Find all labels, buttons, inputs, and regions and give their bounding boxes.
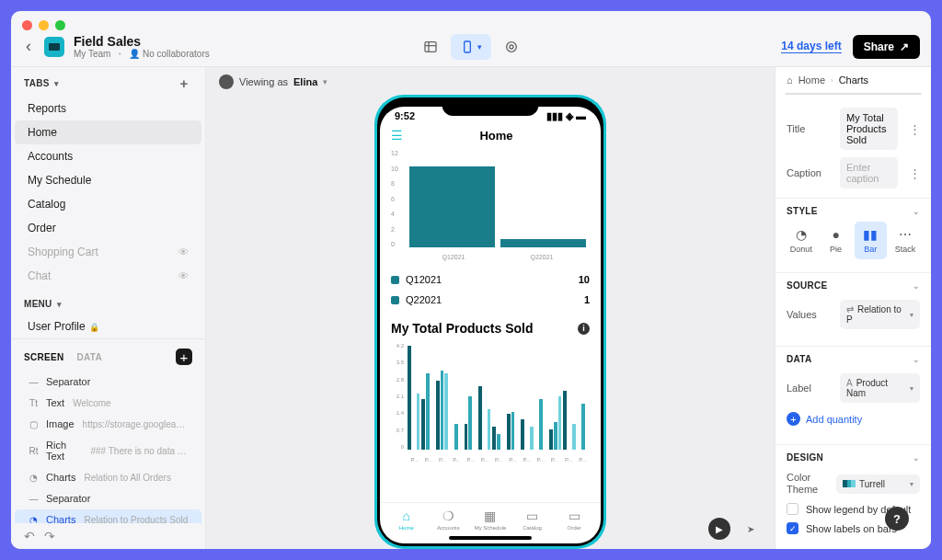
project-collaborators[interactable]: 👤 No collaborators bbox=[129, 49, 210, 59]
chart-type-pie[interactable]: ●Pie bbox=[820, 222, 853, 259]
layer-text[interactable]: TtTextWelcome bbox=[15, 393, 201, 413]
chart-section-title: My Total Products Sold i bbox=[391, 321, 590, 336]
maximize-window[interactable] bbox=[55, 20, 65, 30]
project-info: Field Sales My Team • 👤 No collaborators bbox=[74, 34, 210, 59]
bar-icon: ▮▮ bbox=[863, 227, 878, 242]
avatar bbox=[219, 74, 234, 89]
add-quantity-button[interactable]: + Add quantity bbox=[775, 406, 931, 431]
plus-icon: + bbox=[787, 412, 800, 426]
viewing-as-selector[interactable]: Viewing as Elina ▾ bbox=[206, 67, 340, 97]
project-name: Field Sales bbox=[74, 34, 210, 49]
menu-item-user-profile[interactable]: User Profile🔒 bbox=[15, 314, 201, 338]
chevron-down-icon[interactable]: ⌄ bbox=[913, 207, 920, 216]
grid-icon bbox=[423, 40, 438, 54]
options-tab[interactable]: Options bbox=[854, 94, 922, 95]
phone-notch bbox=[442, 97, 539, 116]
title-menu[interactable]: ⋮ bbox=[909, 122, 920, 136]
trial-days-left[interactable]: 14 days left bbox=[781, 40, 841, 53]
chevron-down-icon[interactable]: ▾ bbox=[55, 300, 63, 309]
checkbox-icon bbox=[787, 503, 798, 515]
text-field-icon: A bbox=[846, 378, 853, 388]
data-tab[interactable]: DATA bbox=[76, 352, 102, 362]
chevron-down-icon[interactable]: ⌄ bbox=[913, 281, 920, 291]
add-tab-button[interactable]: + bbox=[176, 74, 192, 91]
inspector-tabs: General Options bbox=[785, 93, 922, 95]
tab-item-catalog[interactable]: Catalog bbox=[15, 192, 201, 216]
minimize-window[interactable] bbox=[39, 20, 49, 30]
caption-label: Caption bbox=[787, 167, 833, 178]
home-indicator bbox=[449, 536, 532, 540]
help-button[interactable]: ? bbox=[885, 507, 909, 531]
mobile-view-button[interactable]: ▾ bbox=[451, 34, 491, 60]
layer-image[interactable]: ▢Imagehttps://storage.googleapis.c... bbox=[15, 414, 201, 434]
tab-icon: ⌂ bbox=[403, 509, 410, 523]
label-dropdown[interactable]: AProduct Nam▾ bbox=[840, 373, 920, 403]
play-button[interactable]: ▶ bbox=[708, 518, 730, 540]
layer-charts[interactable]: ◔ChartsRelation to All Orders bbox=[15, 467, 201, 487]
tablet-view-button[interactable] bbox=[414, 34, 447, 60]
undo-button[interactable]: ↶ bbox=[24, 529, 35, 543]
values-dropdown[interactable]: ⇄Relation to P▾ bbox=[840, 300, 920, 329]
chevron-down-icon[interactable]: ▾ bbox=[52, 79, 60, 88]
screen-tab[interactable]: SCREEN bbox=[24, 352, 63, 362]
redo-button[interactable]: ↷ bbox=[44, 529, 55, 543]
phone-tab-order[interactable]: ▭Order bbox=[553, 509, 595, 531]
phone-preview: 9:52 ▮▮▮◈▬ ☰ Home 121086420 Q12021Q22021 bbox=[374, 95, 606, 549]
tab-item-reports[interactable]: Reports bbox=[15, 97, 201, 120]
layer-separator[interactable]: —Separator bbox=[15, 371, 201, 392]
add-component-button[interactable]: + bbox=[176, 349, 192, 365]
layer-charts[interactable]: ◔ChartsRelation to Products Sold bbox=[15, 509, 201, 523]
cursor-button[interactable]: ➤ bbox=[740, 518, 762, 540]
stack-icon: ⋯ bbox=[899, 227, 912, 242]
tab-item-chat[interactable]: Chat👁 bbox=[15, 264, 201, 288]
phone-icon bbox=[460, 40, 475, 54]
color-theme-dropdown[interactable]: Turrell ▾ bbox=[836, 474, 920, 494]
device-switcher: ▾ bbox=[414, 34, 528, 60]
chevron-down-icon[interactable]: ⌄ bbox=[913, 355, 920, 364]
layer-rich-text[interactable]: RtRich Text### There is no data to di... bbox=[15, 435, 201, 466]
chart-type-bar[interactable]: ▮▮Bar bbox=[855, 222, 888, 259]
canvas: Viewing as Elina ▾ 9:52 ▮▮▮◈▬ ☰ Home bbox=[206, 67, 775, 549]
layer-separator[interactable]: —Separator bbox=[15, 488, 201, 509]
close-window[interactable] bbox=[22, 20, 32, 30]
project-team[interactable]: My Team bbox=[74, 49, 110, 59]
hamburger-icon[interactable]: ☰ bbox=[391, 128, 403, 143]
home-icon[interactable]: ⌂ bbox=[787, 74, 793, 86]
project-icon bbox=[44, 37, 64, 57]
caption-menu[interactable]: ⋮ bbox=[909, 166, 920, 180]
chart-type-donut[interactable]: ◔Donut bbox=[785, 222, 818, 259]
settings-button[interactable] bbox=[495, 34, 528, 60]
wifi-icon: ◈ bbox=[566, 110, 573, 122]
tab-icon: ▦ bbox=[484, 509, 496, 523]
back-button[interactable]: ‹ bbox=[22, 35, 35, 58]
caption-input[interactable]: Enter caption bbox=[840, 157, 898, 189]
layer-type-icon: ◔ bbox=[28, 473, 40, 483]
share-button[interactable]: Share ↗ bbox=[853, 35, 920, 59]
tab-item-order[interactable]: Order bbox=[15, 216, 201, 240]
inspector-panel: ⌂ Home › Charts General Options Title My… bbox=[775, 67, 931, 549]
general-tab[interactable]: General bbox=[786, 94, 854, 95]
breadcrumb-current: Charts bbox=[839, 74, 868, 86]
legend-row: Q1202110 bbox=[391, 269, 590, 290]
tab-item-my-schedule[interactable]: My Schedule bbox=[15, 168, 201, 192]
breadcrumb: ⌂ Home › Charts bbox=[775, 67, 931, 93]
label-label: Label bbox=[787, 383, 833, 394]
title-input[interactable]: My Total Products Sold bbox=[840, 108, 898, 150]
tab-item-accounts[interactable]: Accounts bbox=[15, 144, 201, 168]
chevron-down-icon[interactable]: ⌄ bbox=[913, 453, 920, 463]
tab-icon: ❍ bbox=[442, 509, 454, 523]
info-icon[interactable]: i bbox=[578, 323, 590, 335]
phone-tab-my-schedule[interactable]: ▦My Schedule bbox=[469, 509, 511, 531]
layer-type-icon: Rt bbox=[28, 446, 40, 456]
relation-icon: ⇄ bbox=[846, 304, 854, 314]
legend-row: Q220211 bbox=[391, 290, 590, 310]
phone-tab-home[interactable]: ⌂Home bbox=[385, 509, 428, 531]
phone-page-title: Home bbox=[403, 129, 590, 143]
tab-item-home[interactable]: Home bbox=[15, 120, 201, 144]
phone-tab-accounts[interactable]: ❍Accounts bbox=[428, 509, 470, 531]
chart-type-stack[interactable]: ⋯Stack bbox=[889, 222, 922, 259]
gear-icon bbox=[504, 40, 519, 54]
breadcrumb-home[interactable]: Home bbox=[798, 74, 825, 86]
tab-item-shopping-cart[interactable]: Shopping Cart👁 bbox=[15, 240, 201, 264]
phone-tab-catalog[interactable]: ▭Catalog bbox=[511, 509, 554, 531]
